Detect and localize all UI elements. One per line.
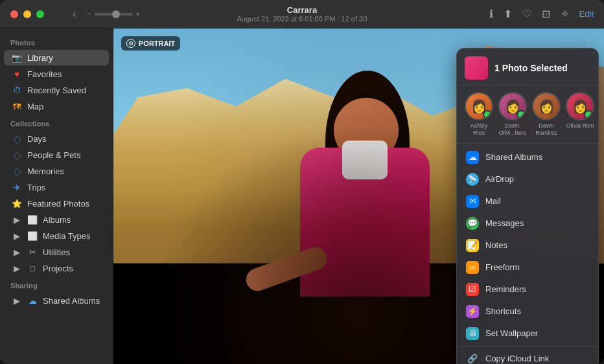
media-label: Media Types — [43, 231, 90, 241]
window-subtitle: August 21, 2023 at 6:01:00 PM · 12 of 30 — [237, 15, 367, 23]
favorite-icon[interactable]: ♡ — [522, 8, 531, 20]
menu-item-mail[interactable]: ✉ Mail — [457, 190, 598, 212]
menu-item-notes[interactable]: 📝 Notes — [457, 234, 598, 256]
sidebar-item-favorites[interactable]: ♥ Favorites — [4, 66, 109, 82]
messages-icon: 💬 — [466, 217, 479, 230]
menu-item-shortcuts[interactable]: ⚡ Shortcuts — [457, 301, 598, 323]
edit-button[interactable]: Edit — [579, 9, 594, 19]
avatar-name-olivia: Olivia Rico — [566, 122, 594, 130]
magic-wand-icon[interactable]: ✧ — [561, 8, 569, 20]
memories-icon: ◌ — [12, 166, 22, 176]
portrait-icon: ⊙ — [126, 39, 135, 48]
sidebar-item-utilities[interactable]: ▶ ✂ Utilities — [4, 244, 109, 260]
portrait-badge: ⊙ PORTRAIT — [121, 36, 180, 51]
freeform-icon: ∞ — [466, 261, 479, 274]
back-button[interactable]: ‹ — [70, 7, 78, 21]
menu-item-icloud-link[interactable]: 🔗 Copy iCloud Link — [457, 348, 598, 364]
minimize-button[interactable] — [23, 10, 31, 18]
avatar-img-dawn-r: 👩 — [532, 92, 561, 120]
trips-label: Trips — [27, 183, 45, 192]
share-thumbnail — [465, 56, 488, 80]
shared-albums-menu-icon: ☁ — [466, 151, 479, 164]
map-label: Map — [27, 102, 43, 111]
projects-chevron-icon: ▶ — [12, 263, 22, 273]
utilities-icon: ✂ — [27, 247, 38, 257]
sidebar: Photos 📷 Library ♥ Favorites ⏱ Recently … — [0, 28, 113, 364]
zoom-minus-label: − — [86, 9, 91, 19]
zoom-slider[interactable] — [94, 13, 133, 16]
sidebar-item-trips[interactable]: ✈ Trips — [4, 179, 109, 195]
media-icon: ⬜ — [27, 231, 38, 241]
info-icon[interactable]: ℹ — [489, 8, 493, 20]
menu-item-airdrop[interactable]: 📡 AirDrop — [457, 168, 598, 190]
reminders-label: Reminders — [485, 284, 526, 294]
sidebar-item-media-types[interactable]: ▶ ⬜ Media Types — [4, 228, 109, 244]
menu-item-messages[interactable]: 💬 Messages — [457, 212, 598, 234]
share-panel-header: 1 Photo Selected — [457, 49, 598, 85]
notes-icon: 📝 — [466, 239, 479, 252]
library-icon: 📷 — [12, 52, 22, 63]
menu-item-shared-albums[interactable]: ☁ Shared Albums — [457, 146, 598, 168]
freeform-label: Freeform — [485, 262, 520, 272]
avatar-face-dawn-r: 👩 — [533, 93, 559, 119]
media-chevron-icon: ▶ — [12, 231, 22, 241]
avatar-badge-ashley — [483, 110, 492, 119]
avatar-name-ashley: Ashley Rico — [465, 122, 493, 137]
notes-label: Notes — [485, 240, 507, 250]
avatar-dawn-ramirez[interactable]: 👩 Dawn Ramirez — [532, 92, 561, 137]
recently-saved-icon: ⏱ — [12, 85, 22, 95]
sidebar-item-albums[interactable]: ▶ ⬜ Albums — [4, 212, 109, 227]
days-icon: ◌ — [12, 133, 22, 144]
sidebar-item-projects[interactable]: ▶ □ Projects — [4, 260, 109, 276]
sidebar-item-library[interactable]: 📷 Library — [4, 50, 109, 65]
sidebar-item-map[interactable]: 🗺 Map — [4, 98, 109, 114]
icloud-link-icon: 🔗 — [466, 352, 479, 364]
avatar-olivia-rico[interactable]: 👩 Olivia Rico — [566, 92, 594, 137]
utilities-label: Utilities — [43, 247, 70, 257]
titlebar: ‹ − + Carrara August 21, 2023 at 6:01:00… — [0, 0, 604, 28]
avatar-ashley-rico[interactable]: 👩 Ashley Rico — [465, 92, 493, 137]
zoom-plus-label: + — [135, 9, 141, 19]
avatar-badge-dawn-o — [517, 110, 526, 119]
nav-controls: ‹ − + — [70, 7, 141, 21]
memories-label: Memories — [27, 166, 64, 176]
sidebar-item-recently-saved[interactable]: ⏱ Recently Saved — [4, 82, 109, 98]
maximize-button[interactable] — [36, 10, 44, 18]
avatar-name-dawn-r: Dawn Ramirez — [532, 122, 561, 137]
titlebar-actions: ℹ ⬆ ♡ ⊡ ✧ Edit — [489, 8, 594, 20]
portrait-label: PORTRAIT — [139, 40, 175, 47]
albums-label: Albums — [43, 215, 71, 225]
sidebar-item-featured-photos[interactable]: ⭐ Featured Photos — [4, 196, 109, 211]
people-pets-icon: ◌ — [12, 150, 22, 160]
wallpaper-label: Set Wallpaper — [485, 328, 538, 338]
reminders-icon: ☑ — [466, 283, 479, 296]
favorites-label: Favorites — [27, 69, 62, 79]
mail-icon: ✉ — [466, 195, 479, 208]
avatar-dawn-olivi[interactable]: 👩 Dawn, Olivi...hers — [498, 92, 527, 137]
favorites-icon: ♥ — [12, 69, 22, 79]
avatar-name-dawn-o: Dawn, Olivi...hers — [498, 122, 527, 137]
menu-item-reminders[interactable]: ☑ Reminders — [457, 279, 598, 301]
sidebar-item-shared-albums[interactable]: ▶ ☁ Shared Albums — [4, 293, 109, 308]
collections-section-label: Collections — [0, 115, 113, 130]
share-panel: 1 Photo Selected 👩 Ashley Rico 👩 — [456, 48, 599, 364]
map-icon: 🗺 — [12, 101, 22, 111]
menu-item-wallpaper[interactable]: 🖥 Set Wallpaper — [457, 323, 598, 345]
menu-item-freeform[interactable]: ∞ Freeform — [457, 256, 598, 279]
close-button[interactable] — [10, 10, 18, 18]
projects-icon: □ — [27, 263, 38, 273]
shared-chevron-icon: ▶ — [12, 295, 22, 306]
avatar-img-olivia: 👩 — [566, 92, 594, 120]
share-icon[interactable]: ⬆ — [504, 8, 512, 20]
share-panel-title: 1 Photo Selected — [494, 63, 568, 73]
avatar-img-ashley: 👩 — [465, 92, 493, 120]
mail-label: Mail — [485, 196, 501, 206]
trips-icon: ✈ — [12, 182, 22, 192]
utilities-chevron-icon: ▶ — [12, 247, 22, 257]
sidebar-item-days[interactable]: ◌ Days — [4, 131, 109, 146]
sidebar-item-people-pets[interactable]: ◌ People & Pets — [4, 147, 109, 163]
traffic-lights — [10, 10, 44, 18]
crop-icon[interactable]: ⊡ — [542, 8, 550, 20]
sidebar-item-memories[interactable]: ◌ Memories — [4, 163, 109, 179]
shared-albums-menu-label: Shared Albums — [485, 152, 542, 162]
